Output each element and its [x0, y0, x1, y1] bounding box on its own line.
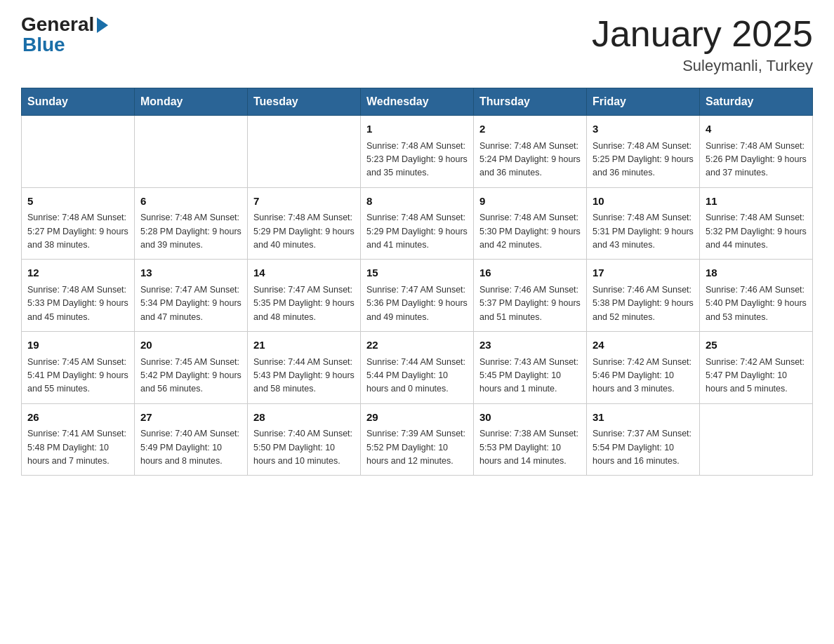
calendar-cell: 24Sunrise: 7:42 AM Sunset: 5:46 PM Dayli… [587, 332, 700, 404]
calendar-cell: 11Sunrise: 7:48 AM Sunset: 5:32 PM Dayli… [700, 187, 813, 260]
calendar-cell: 26Sunrise: 7:41 AM Sunset: 5:48 PM Dayli… [22, 403, 135, 476]
day-info: Sunrise: 7:47 AM Sunset: 5:34 PM Dayligh… [140, 283, 241, 324]
day-number: 2 [479, 121, 581, 137]
day-number: 19 [27, 337, 128, 354]
day-number: 9 [479, 194, 581, 210]
day-header-thursday: Thursday [474, 88, 587, 116]
day-number: 5 [27, 194, 128, 210]
calendar-title: January 2025 [592, 14, 813, 54]
day-info: Sunrise: 7:48 AM Sunset: 5:29 PM Dayligh… [366, 211, 468, 252]
calendar-cell: 25Sunrise: 7:42 AM Sunset: 5:47 PM Dayli… [700, 332, 813, 404]
calendar-cell: 7Sunrise: 7:48 AM Sunset: 5:29 PM Daylig… [248, 187, 361, 260]
day-info: Sunrise: 7:48 AM Sunset: 5:29 PM Dayligh… [253, 211, 355, 252]
day-number: 21 [253, 337, 355, 354]
week-row-4: 19Sunrise: 7:45 AM Sunset: 5:41 PM Dayli… [22, 332, 813, 404]
week-row-3: 12Sunrise: 7:48 AM Sunset: 5:33 PM Dayli… [22, 260, 813, 332]
logo: General Blue [21, 14, 108, 56]
calendar-header-row: SundayMondayTuesdayWednesdayThursdayFrid… [22, 88, 813, 116]
calendar-cell: 30Sunrise: 7:38 AM Sunset: 5:53 PM Dayli… [474, 403, 587, 476]
calendar-cell: 28Sunrise: 7:40 AM Sunset: 5:50 PM Dayli… [248, 403, 361, 476]
day-info: Sunrise: 7:48 AM Sunset: 5:25 PM Dayligh… [593, 140, 694, 180]
calendar-cell [248, 116, 361, 188]
logo-triangle-icon [97, 18, 108, 33]
day-header-sunday: Sunday [22, 88, 135, 116]
day-number: 15 [366, 265, 468, 281]
day-info: Sunrise: 7:37 AM Sunset: 5:54 PM Dayligh… [593, 427, 694, 468]
day-number: 23 [479, 337, 581, 354]
calendar-cell [22, 116, 135, 188]
day-info: Sunrise: 7:48 AM Sunset: 5:30 PM Dayligh… [479, 211, 581, 252]
day-info: Sunrise: 7:45 AM Sunset: 5:42 PM Dayligh… [140, 356, 241, 396]
day-number: 27 [140, 410, 241, 426]
day-number: 17 [593, 265, 694, 281]
calendar-cell: 5Sunrise: 7:48 AM Sunset: 5:27 PM Daylig… [22, 187, 135, 260]
calendar-cell: 9Sunrise: 7:48 AM Sunset: 5:30 PM Daylig… [474, 187, 587, 260]
day-info: Sunrise: 7:40 AM Sunset: 5:50 PM Dayligh… [253, 427, 355, 468]
day-info: Sunrise: 7:44 AM Sunset: 5:44 PM Dayligh… [366, 356, 468, 396]
day-number: 28 [253, 410, 355, 426]
day-number: 30 [479, 410, 581, 426]
day-info: Sunrise: 7:42 AM Sunset: 5:46 PM Dayligh… [593, 356, 694, 396]
calendar-cell: 29Sunrise: 7:39 AM Sunset: 5:52 PM Dayli… [361, 403, 474, 476]
calendar-cell: 19Sunrise: 7:45 AM Sunset: 5:41 PM Dayli… [22, 332, 135, 404]
day-info: Sunrise: 7:46 AM Sunset: 5:38 PM Dayligh… [593, 283, 694, 324]
day-info: Sunrise: 7:48 AM Sunset: 5:27 PM Dayligh… [27, 211, 128, 252]
calendar-cell: 3Sunrise: 7:48 AM Sunset: 5:25 PM Daylig… [587, 116, 700, 188]
logo-general-text: General [21, 14, 94, 36]
day-header-saturday: Saturday [700, 88, 813, 116]
day-header-monday: Monday [135, 88, 248, 116]
week-row-1: 1Sunrise: 7:48 AM Sunset: 5:23 PM Daylig… [22, 116, 813, 188]
day-info: Sunrise: 7:43 AM Sunset: 5:45 PM Dayligh… [479, 356, 581, 396]
day-number: 3 [593, 121, 694, 137]
calendar-cell: 2Sunrise: 7:48 AM Sunset: 5:24 PM Daylig… [474, 116, 587, 188]
day-number: 22 [366, 337, 468, 354]
day-number: 31 [593, 410, 694, 426]
calendar-cell: 31Sunrise: 7:37 AM Sunset: 5:54 PM Dayli… [587, 403, 700, 476]
day-number: 29 [366, 410, 468, 426]
calendar-cell: 21Sunrise: 7:44 AM Sunset: 5:43 PM Dayli… [248, 332, 361, 404]
calendar-table: SundayMondayTuesdayWednesdayThursdayFrid… [21, 88, 813, 476]
day-number: 20 [140, 337, 241, 354]
calendar-cell: 12Sunrise: 7:48 AM Sunset: 5:33 PM Dayli… [22, 260, 135, 332]
day-info: Sunrise: 7:48 AM Sunset: 5:23 PM Dayligh… [366, 140, 468, 180]
day-number: 8 [366, 194, 468, 210]
day-info: Sunrise: 7:48 AM Sunset: 5:24 PM Dayligh… [479, 140, 581, 180]
day-header-friday: Friday [587, 88, 700, 116]
day-info: Sunrise: 7:46 AM Sunset: 5:37 PM Dayligh… [479, 283, 581, 324]
calendar-cell: 15Sunrise: 7:47 AM Sunset: 5:36 PM Dayli… [361, 260, 474, 332]
day-number: 12 [27, 265, 128, 281]
day-number: 26 [27, 410, 128, 426]
page-header: General Blue January 2025 Suleymanli, Tu… [21, 14, 813, 75]
calendar-cell: 22Sunrise: 7:44 AM Sunset: 5:44 PM Dayli… [361, 332, 474, 404]
calendar-cell: 17Sunrise: 7:46 AM Sunset: 5:38 PM Dayli… [587, 260, 700, 332]
day-info: Sunrise: 7:48 AM Sunset: 5:33 PM Dayligh… [27, 283, 128, 324]
day-header-tuesday: Tuesday [248, 88, 361, 116]
day-number: 14 [253, 265, 355, 281]
calendar-cell: 4Sunrise: 7:48 AM Sunset: 5:26 PM Daylig… [700, 116, 813, 188]
calendar-cell: 16Sunrise: 7:46 AM Sunset: 5:37 PM Dayli… [474, 260, 587, 332]
day-info: Sunrise: 7:45 AM Sunset: 5:41 PM Dayligh… [27, 356, 128, 396]
calendar-title-block: January 2025 Suleymanli, Turkey [592, 14, 813, 75]
day-number: 16 [479, 265, 581, 281]
day-number: 24 [593, 337, 694, 354]
calendar-cell: 27Sunrise: 7:40 AM Sunset: 5:49 PM Dayli… [135, 403, 248, 476]
day-info: Sunrise: 7:40 AM Sunset: 5:49 PM Dayligh… [140, 427, 241, 468]
calendar-cell [700, 403, 813, 476]
day-info: Sunrise: 7:47 AM Sunset: 5:35 PM Dayligh… [253, 283, 355, 324]
day-number: 4 [706, 121, 807, 137]
day-info: Sunrise: 7:48 AM Sunset: 5:28 PM Dayligh… [140, 211, 241, 252]
day-number: 25 [706, 337, 807, 354]
logo-blue-text: Blue [22, 34, 65, 56]
day-number: 6 [140, 194, 241, 210]
day-info: Sunrise: 7:48 AM Sunset: 5:32 PM Dayligh… [706, 211, 807, 252]
day-info: Sunrise: 7:46 AM Sunset: 5:40 PM Dayligh… [706, 283, 807, 324]
day-number: 7 [253, 194, 355, 210]
week-row-5: 26Sunrise: 7:41 AM Sunset: 5:48 PM Dayli… [22, 403, 813, 476]
day-info: Sunrise: 7:42 AM Sunset: 5:47 PM Dayligh… [706, 356, 807, 396]
calendar-cell: 14Sunrise: 7:47 AM Sunset: 5:35 PM Dayli… [248, 260, 361, 332]
calendar-cell [135, 116, 248, 188]
week-row-2: 5Sunrise: 7:48 AM Sunset: 5:27 PM Daylig… [22, 187, 813, 260]
calendar-cell: 6Sunrise: 7:48 AM Sunset: 5:28 PM Daylig… [135, 187, 248, 260]
calendar-subtitle: Suleymanli, Turkey [592, 57, 813, 75]
calendar-cell: 13Sunrise: 7:47 AM Sunset: 5:34 PM Dayli… [135, 260, 248, 332]
